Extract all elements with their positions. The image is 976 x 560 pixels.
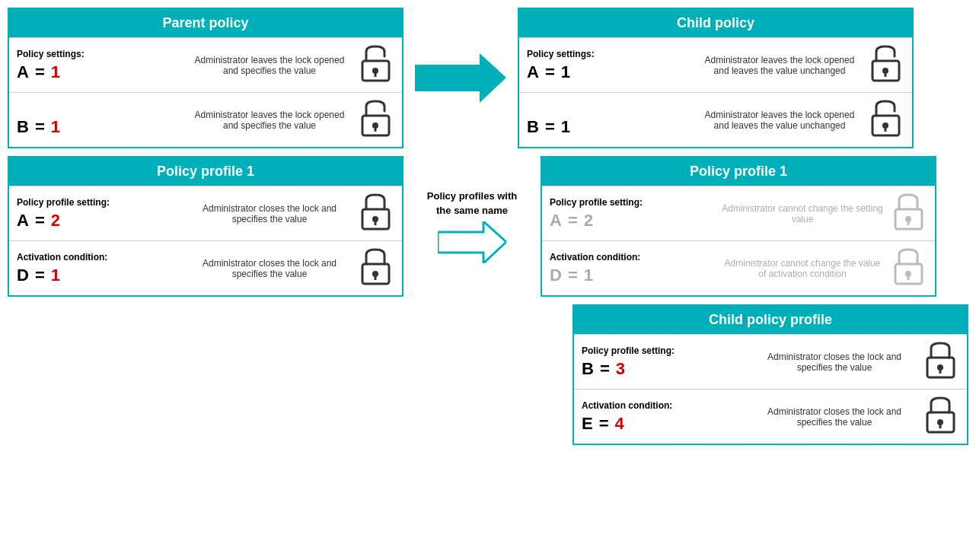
profile1-child-row2-desc: Administrator cannot change the value of… <box>716 258 889 279</box>
child-profile-row2-lock <box>921 396 959 438</box>
child-profile-row2-value: E = 4 <box>582 414 748 434</box>
profile1-parent-row2-lock <box>356 247 394 289</box>
child-policy-box: Child policy Policy settings: A = 1 Admi… <box>518 8 914 148</box>
child-row2-var: B <box>527 117 539 137</box>
profile1-child-row1-label: Policy profile setting: <box>550 197 716 208</box>
profile1-child-row-2: Activation condition: D = 1 Administrato… <box>542 240 935 295</box>
parent-row1-value: A = 1 <box>17 62 183 82</box>
child-profile-row1-val: 3 <box>616 359 625 379</box>
child-profile-row-2: Activation condition: E = 4 Administrato… <box>574 389 967 444</box>
profile1-child-row2-content: Activation condition: D = 1 <box>550 252 716 285</box>
parent-row2-var: B <box>17 117 29 137</box>
child-profile-row2-eq: = <box>599 414 609 434</box>
child-row2-val: 1 <box>561 117 570 137</box>
child-profile-row2-var: E <box>582 414 593 434</box>
child-policy-row-2: x B = 1 Administrator leaves the lock op… <box>519 92 912 147</box>
parent-policy-row-1: Policy settings: A = 1 Administrator lea… <box>9 37 402 92</box>
parent-row1-label: Policy settings: <box>17 49 183 59</box>
child-profile-row1-label: Policy profile setting: <box>582 345 748 356</box>
middle-row: Policy profile 1 Policy profile setting:… <box>8 156 968 297</box>
profile1-child-title: Policy profile 1 <box>542 158 935 186</box>
middle-label: Policy profiles withthe same name <box>427 189 517 217</box>
child-profile-row1-eq: = <box>600 359 610 379</box>
profile1-parent-row1-val: 2 <box>51 211 60 231</box>
profile1-parent-row2-val: 1 <box>51 266 60 285</box>
parent-row1-eq: = <box>35 62 45 82</box>
parent-row2-val: 1 <box>51 117 60 137</box>
child-profile-row-1: Policy profile setting: B = 3 Administra… <box>574 334 967 389</box>
profile1-parent-row2-content: Activation condition: D = 1 <box>17 252 183 285</box>
child-row1-lock <box>866 44 904 86</box>
child-row1-var: A <box>527 62 539 82</box>
parent-row1-content: Policy settings: A = 1 <box>17 49 183 82</box>
profile1-parent-row1-content: Policy profile setting: A = 2 <box>17 197 183 231</box>
profile1-parent-row2-var: D <box>17 266 29 285</box>
parent-policy-title: Parent policy <box>9 9 402 37</box>
svg-marker-6 <box>415 53 506 103</box>
profile1-child-row1-lock <box>889 192 927 234</box>
svg-marker-19 <box>438 221 506 263</box>
profile1-parent-row1-label: Policy profile setting: <box>17 197 183 208</box>
profile1-child-row1-eq: = <box>568 211 578 231</box>
child-profile-row1-desc: Administrator closes the lock and specif… <box>748 352 921 373</box>
profile1-parent-row2-desc: Administrator closes the lock and specif… <box>183 258 356 279</box>
profile1-parent-row1-eq: = <box>35 211 45 231</box>
top-arrow <box>411 52 510 105</box>
profile1-parent-row2-label: Activation condition: <box>17 252 183 262</box>
profile1-parent-row1-value: A = 2 <box>17 211 183 231</box>
child-profile-row1-var: B <box>582 359 594 379</box>
child-row2-value: B = 1 <box>527 117 693 137</box>
parent-policy-row-2: x B = 1 Administrator leaves the lock op… <box>9 92 402 147</box>
child-row1-eq: = <box>545 62 555 82</box>
profile1-child-row2-lock <box>889 247 927 289</box>
child-row1-label: Policy settings: <box>527 49 693 59</box>
child-row1-desc: Administrator leaves the lock opened and… <box>693 55 866 76</box>
profile1-child-row2-eq: = <box>568 266 578 285</box>
profile1-child-row1-val: 2 <box>584 211 593 231</box>
profile1-child-row2-val: 1 <box>584 266 593 285</box>
parent-row2-eq: = <box>35 117 45 137</box>
profile1-parent-row1-desc: Administrator closes the lock and specif… <box>183 203 356 224</box>
child-policy-title: Child policy <box>519 9 912 37</box>
middle-section: Policy profiles withthe same name <box>403 189 541 262</box>
profile1-child-box: Policy profile 1 Policy profile setting:… <box>541 156 936 297</box>
parent-row2-content: x B = 1 <box>17 103 183 137</box>
profile1-parent-row1-var: A <box>17 211 29 231</box>
profile1-parent-row1-lock <box>356 192 394 234</box>
child-row1-value: A = 1 <box>527 62 693 82</box>
child-row2-eq: = <box>545 117 555 137</box>
profile1-child-row2-var: D <box>550 266 562 285</box>
child-policy-row-1: Policy settings: A = 1 Administrator lea… <box>519 37 912 92</box>
child-policy-profile-box: Child policy profile Policy profile sett… <box>573 304 968 445</box>
child-profile-row2-desc: Administrator closes the lock and specif… <box>748 406 921 428</box>
parent-policy-box: Parent policy Policy settings: A = 1 Adm… <box>8 8 403 148</box>
child-row1-content: Policy settings: A = 1 <box>527 49 693 82</box>
parent-row2-value: B = 1 <box>17 117 183 137</box>
profile1-child-row1-content: Policy profile setting: A = 2 <box>550 197 716 231</box>
child-row2-lock <box>866 99 904 141</box>
child-profile-row1-lock <box>921 341 959 383</box>
child-profile-row2-content: Activation condition: E = 4 <box>582 400 748 434</box>
bottom-row: Child policy profile Policy profile sett… <box>8 304 968 445</box>
parent-row1-desc: Administrator leaves the lock opened and… <box>183 55 356 76</box>
child-row1-val: 1 <box>561 62 570 82</box>
profile1-child-row1-desc: Administrator cannot change the setting … <box>716 203 889 224</box>
profile1-parent-row-2: Activation condition: D = 1 Administrato… <box>9 240 402 295</box>
child-row2-content: x B = 1 <box>527 103 693 137</box>
profile1-parent-title: Policy profile 1 <box>9 158 402 186</box>
middle-arrow <box>438 221 506 263</box>
child-policy-profile-title: Child policy profile <box>574 306 967 334</box>
child-profile-row2-val: 4 <box>615 414 624 434</box>
profile1-child-row1-var: A <box>550 211 562 231</box>
parent-row2-desc: Administrator leaves the lock opened and… <box>183 110 356 131</box>
child-profile-row1-content: Policy profile setting: B = 3 <box>582 345 748 379</box>
parent-row1-lock <box>356 44 394 86</box>
profile1-child-row2-value: D = 1 <box>550 266 716 285</box>
parent-row1-var: A <box>17 62 29 82</box>
profile1-parent-box: Policy profile 1 Policy profile setting:… <box>8 156 403 297</box>
child-profile-row1-value: B = 3 <box>582 359 748 379</box>
profile1-child-row-1: Policy profile setting: A = 2 Administra… <box>542 186 935 240</box>
profile1-child-row2-label: Activation condition: <box>550 252 716 262</box>
profile1-parent-row-1: Policy profile setting: A = 2 Administra… <box>9 186 402 240</box>
child-profile-row2-label: Activation condition: <box>582 400 748 411</box>
